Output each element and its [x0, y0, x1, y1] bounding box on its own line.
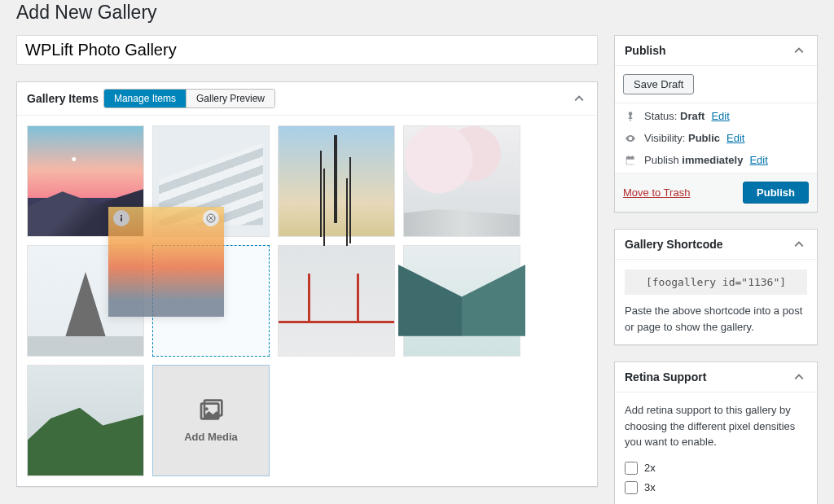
shortcode-value[interactable]: [foogallery id="1136"]: [625, 270, 807, 295]
publish-metabox: Publish Save Draft Status: D: [614, 35, 818, 213]
gallery-item[interactable]: [403, 125, 520, 237]
shortcode-metabox: Gallery Shortcode [foogallery id="1136"]…: [614, 229, 818, 345]
add-media-label: Add Media: [184, 431, 238, 443]
publish-button[interactable]: Publish: [743, 182, 809, 204]
shortcode-help: Paste the above shortcode into a post or…: [625, 303, 807, 335]
add-media-button[interactable]: Add Media: [152, 365, 270, 476]
visibility-label: Visibility: Public: [644, 132, 720, 144]
collapse-toggle[interactable]: [791, 42, 807, 59]
collapse-toggle[interactable]: [571, 90, 587, 107]
visibility-icon: [623, 133, 638, 144]
retina-help: Add retina support to this gallery by ch…: [625, 402, 807, 450]
edit-status-link[interactable]: Edit: [711, 110, 729, 122]
shortcode-heading: Gallery Shortcode: [625, 238, 723, 251]
gallery-item[interactable]: [403, 245, 520, 357]
move-to-trash-link[interactable]: Move to Trash: [623, 186, 690, 199]
collapse-toggle[interactable]: [791, 236, 807, 252]
edit-schedule-link[interactable]: Edit: [749, 154, 767, 166]
collapse-toggle[interactable]: [791, 369, 807, 385]
gallery-items-heading: Gallery Items: [27, 92, 99, 105]
pin-icon: [623, 111, 638, 122]
tab-manage-items[interactable]: Manage Items: [104, 90, 187, 107]
gallery-title-input[interactable]: [16, 35, 598, 65]
retina-option[interactable]: 2x: [625, 458, 807, 478]
retina-option[interactable]: 3x: [625, 478, 807, 497]
gallery-item[interactable]: [278, 245, 395, 357]
dragging-item[interactable]: [108, 207, 224, 317]
retina-option-label: 3x: [644, 481, 656, 493]
retina-checkbox[interactable]: [625, 481, 638, 494]
info-icon[interactable]: [113, 210, 129, 226]
media-icon: [196, 398, 226, 424]
gallery-item[interactable]: [278, 125, 395, 237]
retina-heading: Retina Support: [625, 370, 706, 383]
remove-icon[interactable]: [203, 210, 219, 226]
retina-checkbox[interactable]: [625, 462, 638, 475]
gallery-items-metabox: Gallery Items Manage Items Gallery Previ…: [16, 81, 598, 487]
schedule-label: Publish immediately: [644, 154, 743, 166]
calendar-icon: [623, 155, 638, 166]
edit-visibility-link[interactable]: Edit: [726, 132, 744, 144]
svg-point-3: [121, 215, 122, 217]
svg-rect-4: [121, 217, 122, 221]
tab-gallery-preview[interactable]: Gallery Preview: [187, 90, 274, 107]
gallery-item[interactable]: [27, 365, 144, 476]
retina-metabox: Retina Support Add retina support to thi…: [614, 362, 818, 504]
publish-heading: Publish: [625, 44, 666, 57]
page-title: Add New Gallery: [16, 0, 818, 24]
retina-option-label: 2x: [644, 462, 656, 474]
status-label: Status: Draft: [644, 110, 705, 122]
save-draft-button[interactable]: Save Draft: [623, 74, 694, 94]
